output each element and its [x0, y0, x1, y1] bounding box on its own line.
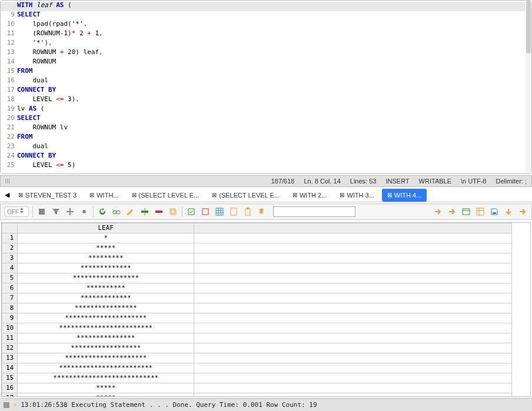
results-toolbar: OFF	[0, 203, 532, 220]
tab-label: WITH 2...	[300, 192, 327, 199]
grid-icon[interactable]	[214, 206, 225, 217]
table-row[interactable]: 15***************************	[2, 373, 512, 383]
cell-leaf: *********	[18, 253, 194, 263]
table-row[interactable]: 17*****	[2, 393, 512, 397]
insert-row-icon[interactable]	[139, 206, 150, 217]
table-row[interactable]: 6**********	[2, 283, 512, 293]
tab-2[interactable]: ⊠(SELECT LEVEL E...	[127, 189, 205, 202]
table-row[interactable]: 4*************	[2, 263, 512, 273]
status-pos: 187/618	[271, 178, 295, 185]
close-icon[interactable]: ⊠	[292, 192, 297, 198]
pin-icon[interactable]	[257, 206, 267, 217]
footer-message: 13:01:26:538 Executing Statement . . . D…	[21, 401, 317, 409]
stop-icon[interactable]	[36, 206, 47, 217]
refresh-icon[interactable]	[97, 206, 108, 217]
clipboard-icon[interactable]	[242, 206, 253, 217]
row-index: 6	[2, 283, 18, 293]
filter-icon[interactable]	[51, 206, 61, 217]
off-label: OFF	[7, 209, 19, 215]
status-write: WRITABLE	[419, 178, 451, 185]
table-row[interactable]: 3*********	[2, 253, 512, 263]
editor-status-bar: 187/618 Ln. 8 Col. 14 Lines: 53 INSERT W…	[0, 175, 532, 187]
table-row[interactable]: 5*****************	[2, 273, 512, 283]
tab-1[interactable]: ⊠WITH...	[84, 189, 124, 202]
tab-6[interactable]: ⊠WITH 4...	[382, 189, 427, 202]
glasses-icon[interactable]	[111, 206, 122, 217]
cell-leaf: ******************	[18, 343, 194, 353]
arrow-down-icon[interactable]	[503, 206, 514, 217]
copy-row-icon[interactable]	[168, 206, 178, 217]
svg-point-3	[117, 210, 120, 214]
table-row[interactable]: 14************************	[2, 363, 512, 373]
table-row[interactable]: 7*************	[2, 293, 512, 303]
svg-point-2	[113, 210, 117, 214]
window-icon[interactable]	[461, 206, 471, 217]
svg-rect-10	[216, 208, 223, 215]
delete-row-icon[interactable]	[154, 206, 164, 217]
tab-label: (SELECT LEVEL E...	[219, 192, 280, 199]
index-header[interactable]	[2, 223, 18, 233]
save-disk-icon[interactable]	[489, 206, 500, 217]
table-row[interactable]: 2*****	[2, 243, 512, 253]
row-index: 4	[2, 263, 18, 273]
row-index: 2	[2, 243, 18, 253]
results-grid[interactable]: LEAF 1*2*****3*********4*************5**…	[1, 222, 531, 397]
row-index: 17	[2, 393, 18, 397]
results-search-input[interactable]	[273, 206, 355, 217]
editor-scrollbar[interactable]	[526, 1, 531, 173]
plus-icon[interactable]	[65, 206, 75, 217]
code-area[interactable]: WITH leaf AS (SELECT lpad(rpad('*', (ROW…	[17, 1, 526, 173]
status-lines: Lines: 53	[350, 178, 377, 185]
table-row[interactable]: 16*****	[2, 383, 512, 393]
dot-icon[interactable]	[79, 206, 89, 217]
save-grid-icon[interactable]	[475, 206, 486, 217]
tab-4[interactable]: ⊠WITH 2...	[287, 189, 332, 202]
tab-label: STEVEN_TEST 3	[25, 192, 77, 199]
export-icon[interactable]	[228, 206, 239, 217]
svg-rect-12	[245, 209, 250, 215]
tab-0[interactable]: ⊠STEVEN_TEST 3	[13, 189, 82, 202]
row-index: 15	[2, 373, 18, 383]
tab-label: WITH...	[97, 192, 118, 199]
arrow-right-gold-icon[interactable]	[447, 206, 457, 217]
close-icon[interactable]: ⊠	[387, 192, 392, 198]
column-header-leaf[interactable]: LEAF	[18, 223, 194, 233]
table-row[interactable]: 12******************	[2, 343, 512, 353]
tab-prev-icon[interactable]: ◀	[2, 191, 12, 200]
close-icon[interactable]: ⊠	[212, 192, 217, 198]
table-row[interactable]: 10************************	[2, 323, 512, 333]
arrow-right-orange-icon[interactable]	[433, 206, 443, 217]
row-index: 14	[2, 363, 18, 373]
edit-icon[interactable]	[125, 206, 136, 217]
table-row[interactable]: 9*********************	[2, 313, 512, 323]
status-square-icon	[4, 402, 9, 408]
close-icon[interactable]: ⊠	[18, 192, 23, 198]
arrow-right-end-icon[interactable]	[517, 206, 528, 217]
tab-3[interactable]: ⊠(SELECT LEVEL E...	[207, 189, 285, 202]
tab-label: WITH 4...	[394, 192, 421, 199]
table-row[interactable]: 13*********************	[2, 353, 512, 363]
svg-rect-9	[202, 209, 208, 215]
row-index: 9	[2, 313, 18, 323]
cell-leaf: *********************	[18, 313, 194, 323]
table-row[interactable]: 8****************	[2, 303, 512, 313]
table-row[interactable]: 11***************	[2, 333, 512, 343]
status-mode: INSERT	[385, 178, 409, 185]
svg-rect-15	[477, 208, 484, 215]
commit-icon[interactable]	[186, 206, 197, 217]
footer-status-bar: ⚡ 13:01:26:538 Executing Statement . . .…	[0, 398, 532, 411]
off-toggle[interactable]: OFF	[4, 206, 29, 217]
rollback-icon[interactable]	[200, 206, 211, 217]
close-icon[interactable]: ⊠	[340, 192, 344, 198]
close-icon[interactable]: ⊠	[89, 192, 94, 198]
column-header-empty	[194, 223, 512, 233]
row-index: 5	[2, 273, 18, 283]
cell-leaf: ************************	[18, 323, 194, 333]
sql-editor[interactable]: 8910111213141516171819202122232425 WITH …	[0, 0, 532, 174]
gutter: 8910111213141516171819202122232425	[1, 1, 17, 173]
tab-5[interactable]: ⊠WITH 3...	[334, 189, 379, 202]
svg-rect-16	[493, 212, 496, 214]
svg-point-1	[82, 210, 86, 213]
close-icon[interactable]: ⊠	[132, 192, 137, 198]
table-row[interactable]: 1*	[2, 233, 512, 243]
